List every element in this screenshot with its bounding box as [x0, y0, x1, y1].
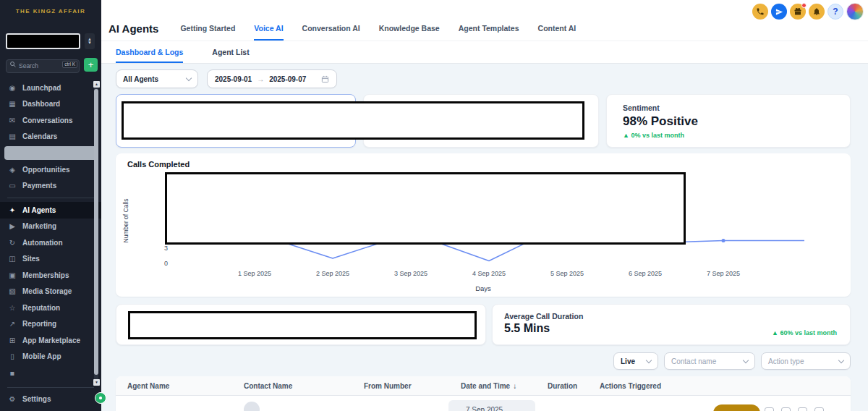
- sidebar-item-partial[interactable]: ▪: [0, 365, 101, 381]
- column-actions-triggered[interactable]: Actions Triggered: [600, 382, 851, 390]
- sidebar-item-label: Opportunities: [22, 166, 70, 174]
- avg-duration-title: Average Call Duration: [504, 312, 838, 321]
- settings-gear-icon: ⚙: [8, 395, 17, 403]
- redaction-box: [165, 172, 686, 245]
- sidebar-item-label: Memberships: [22, 271, 69, 279]
- sidebar-scrollbar-thumb[interactable]: [94, 89, 98, 375]
- whats-new-button[interactable]: [790, 4, 806, 20]
- action-type-filter-select[interactable]: Action type: [761, 352, 851, 370]
- tab-agent-templates[interactable]: Agent Templates: [459, 24, 519, 41]
- reputation-icon: ☆: [8, 304, 17, 312]
- sidebar-item-label: Automation: [22, 239, 63, 247]
- marketing-icon: ▶: [8, 222, 17, 230]
- sidebar-item-launchpad[interactable]: ◉Launchpad: [0, 80, 101, 96]
- sentiment-delta-note: vs last month: [642, 132, 684, 139]
- tab-knowledge-base[interactable]: Knowledge Base: [379, 24, 440, 41]
- scroll-down-arrow[interactable]: ▼: [93, 379, 100, 386]
- sidebar-item-reporting[interactable]: ↗Reporting: [0, 316, 101, 333]
- tab-conversation-ai[interactable]: Conversation AI: [302, 24, 360, 41]
- subtab-agent-list[interactable]: Agent List: [212, 48, 249, 63]
- help-button[interactable]: ?: [827, 4, 843, 20]
- row-action-icon[interactable]: [798, 407, 807, 411]
- column-duration[interactable]: Duration: [548, 382, 600, 390]
- live-filter-select[interactable]: Live: [613, 352, 658, 370]
- chevron-down-icon: ▼: [88, 41, 92, 45]
- date-range-picker[interactable]: 2025-09-01 → 2025-09-07: [207, 69, 337, 88]
- sidebar-item-calendars[interactable]: ▤Calendars: [0, 129, 101, 145]
- x-tick: 3 Sep 2025: [394, 270, 427, 277]
- contact-name-filter-select[interactable]: Contact name: [664, 352, 755, 370]
- row-action-icon[interactable]: [781, 407, 791, 411]
- conversations-icon: ✉: [8, 116, 17, 124]
- sidebar-item-payments[interactable]: ▭Payments: [0, 178, 101, 195]
- user-avatar[interactable]: [846, 3, 864, 20]
- secondary-tabs: Dashboard & Logs Agent List: [101, 41, 868, 64]
- sidebar-item-conversations[interactable]: ✉Conversations: [0, 112, 101, 129]
- app-root: THE KINGZ AFFAIR ▲ ▼ ctrl K + ◉Launchpad…: [0, 0, 868, 411]
- tab-content-ai[interactable]: Content AI: [538, 24, 576, 41]
- agent-filter-select[interactable]: All Agents: [116, 69, 198, 88]
- phone-button[interactable]: [752, 4, 768, 20]
- sentiment-card: Sentiment 98% Positive ▲ 0% vs last mont…: [606, 94, 851, 148]
- sidebar-item-media-storage[interactable]: ▧Media Storage: [0, 284, 101, 300]
- header-icons: ?: [752, 3, 864, 20]
- sidebar-item-reputation[interactable]: ☆Reputation: [0, 300, 101, 316]
- column-date-and-time[interactable]: Date and Time↓: [461, 382, 548, 390]
- sidebar-item-label: Media Storage: [22, 287, 72, 295]
- notification-dot: [801, 3, 807, 8]
- sidebar-item-dashboard[interactable]: ▦Dashboard: [0, 96, 101, 113]
- quick-actions-button[interactable]: [771, 4, 787, 20]
- quick-add-button[interactable]: +: [84, 58, 98, 72]
- sidebar-item-label: AI Agents: [22, 206, 56, 214]
- main-content: All Agents 2025-09-01 → 2025-09-07 Senti…: [101, 64, 868, 411]
- sidebar-item-label: Dashboard: [22, 100, 60, 108]
- help-widget-button[interactable]: [95, 392, 106, 404]
- memberships-icon: ▣: [8, 271, 17, 279]
- sidebar-item-label: Sites: [22, 255, 40, 263]
- sidebar-item-mobile-app[interactable]: ▯Mobile App: [0, 349, 101, 365]
- column-contact-name[interactable]: Contact Name: [244, 382, 364, 390]
- sidebar-item-ai-agents[interactable]: ✦AI Agents: [0, 202, 101, 219]
- tab-getting-started[interactable]: Getting Started: [180, 24, 235, 41]
- bell-icon: [812, 7, 821, 16]
- sidebar-item-automation[interactable]: ↻Automation: [0, 234, 101, 251]
- x-tick: 6 Sep 2025: [629, 270, 662, 277]
- mobile-app-icon: ▯: [8, 352, 17, 360]
- sidebar-item-settings[interactable]: ⚙Settings: [0, 391, 101, 408]
- row-action-button[interactable]: [713, 404, 760, 411]
- sidebar-item-opportunities[interactable]: ◈Opportunities: [0, 161, 101, 178]
- row-action-icon[interactable]: [814, 407, 824, 411]
- table-row[interactable]: 7 Sep 2025: [116, 396, 851, 411]
- sidebar-item-highlighted[interactable]: [4, 146, 97, 160]
- scroll-up-arrow[interactable]: ▲: [93, 81, 100, 88]
- table-header-row: Agent Name Contact Name From Number Date…: [116, 376, 851, 396]
- sidebar-item-label: Payments: [22, 182, 56, 190]
- tab-voice-ai[interactable]: Voice AI: [254, 24, 283, 41]
- row-action-icon[interactable]: [765, 407, 774, 411]
- account-switcher-toggle[interactable]: ▲ ▼: [85, 33, 95, 49]
- chart-x-axis-label: Days: [475, 284, 491, 292]
- sidebar-item-marketing[interactable]: ▶Marketing: [0, 219, 101, 235]
- sidebar-item-label: Calendars: [22, 132, 57, 140]
- chevron-down-icon: [186, 75, 192, 80]
- sidebar-item-sites[interactable]: ◫Sites: [0, 251, 101, 268]
- gift-icon: [793, 7, 802, 16]
- date-group-chip: 7 Sep 2025: [448, 400, 535, 411]
- column-agent-name[interactable]: Agent Name: [127, 382, 244, 390]
- notifications-button[interactable]: [809, 4, 825, 20]
- sidebar-item-label: Mobile App: [22, 352, 61, 360]
- avg-duration-delta-note: vs last month: [795, 329, 837, 336]
- media-storage-icon: ▧: [8, 287, 17, 295]
- sidebar-item-memberships[interactable]: ▣Memberships: [0, 267, 101, 284]
- subtab-dashboard-logs[interactable]: Dashboard & Logs: [116, 48, 183, 63]
- stat-card-redacted-3: [116, 304, 486, 345]
- avg-duration-delta-pct: 60%: [780, 329, 793, 336]
- date-end: 2025-09-07: [269, 75, 306, 83]
- sidebar-item-label: Settings: [22, 395, 51, 403]
- sidebar-item-app-marketplace[interactable]: ⊞App Marketplace: [0, 332, 101, 349]
- sidebar-menu: ◉Launchpad ▦Dashboard ✉Conversations ▤Ca…: [0, 80, 101, 388]
- contact-name-placeholder: Contact name: [671, 357, 716, 365]
- x-tick: 1 Sep 2025: [238, 270, 271, 277]
- search-icon: [9, 61, 17, 68]
- column-from-number[interactable]: From Number: [364, 382, 461, 390]
